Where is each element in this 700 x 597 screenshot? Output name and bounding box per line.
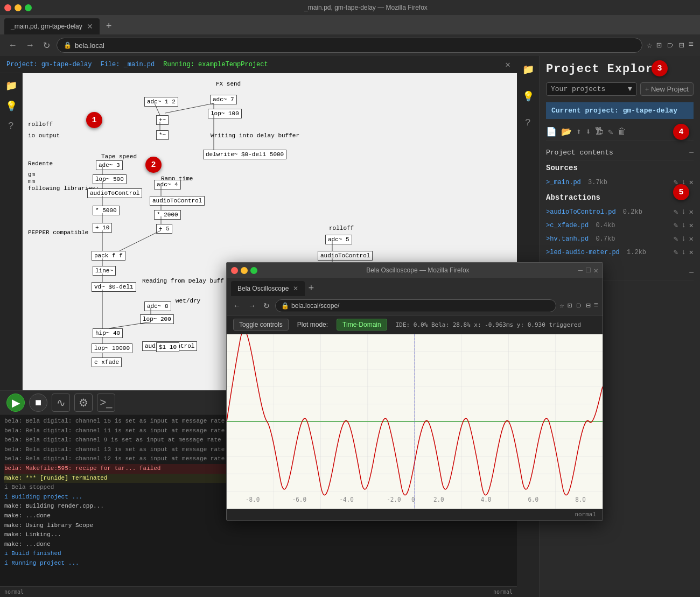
sidebar-light-icon[interactable]: 💡 xyxy=(3,98,19,114)
abs-filename-4[interactable]: >led-audio-meter.pd xyxy=(546,249,620,256)
minimize-button[interactable] xyxy=(15,4,22,11)
active-tab[interactable]: _main.pd, gm-tape-delay ✕ xyxy=(4,18,100,34)
tab-close-icon[interactable]: ✕ xyxy=(87,22,93,31)
pd-node-adc5[interactable]: adc~ 5 xyxy=(325,235,352,244)
pd-node-vd[interactable]: vd~ $0-del1 xyxy=(92,282,136,292)
action-upload[interactable]: ⬆ xyxy=(576,127,582,137)
osc-url-bar[interactable]: 🔒 bela.local/scope/ xyxy=(275,299,556,312)
abs-delete-4[interactable]: ✕ xyxy=(689,248,694,257)
action-open-folder[interactable]: 📂 xyxy=(561,127,572,137)
url-bar[interactable]: 🔒 bela.local xyxy=(57,38,642,53)
pocket-icon[interactable]: ⊡ xyxy=(656,40,662,51)
abs-filename-2[interactable]: >c_xfade.pd xyxy=(546,222,589,229)
action-download[interactable]: ⬇ xyxy=(586,127,591,137)
sidebar-help-icon[interactable]: ? xyxy=(6,118,16,134)
toggle-controls-button[interactable]: Toggle controls xyxy=(233,319,289,331)
abs-delete-1[interactable]: ✕ xyxy=(689,207,694,216)
forward-button[interactable]: → xyxy=(24,38,37,52)
osc-window-controls[interactable] xyxy=(231,267,257,274)
action-edit[interactable]: ✎ xyxy=(608,127,613,137)
osc-bookmark-icon[interactable]: ☆ xyxy=(559,301,564,310)
pd-node-plus[interactable]: +~ xyxy=(156,115,169,125)
pd-node-plus10[interactable]: + 10 xyxy=(93,223,112,233)
abs-edit-1[interactable]: ✎ xyxy=(674,207,678,216)
osc-forward[interactable]: → xyxy=(246,300,258,311)
pd-node-a2c4[interactable]: audioToControl xyxy=(318,251,373,261)
pd-node-adc7[interactable]: adc~ 7 xyxy=(210,95,237,104)
pd-node-a2c1[interactable]: audioToControl xyxy=(87,188,142,198)
maximize-button[interactable] xyxy=(25,4,32,11)
osc-close-icon[interactable]: ✕ xyxy=(594,266,598,275)
action-zip[interactable]: 🗜 xyxy=(595,127,604,137)
source-filename[interactable]: >_main.pd xyxy=(546,179,581,186)
menu-icon[interactable]: ≡ xyxy=(688,40,694,51)
sidebar-folder-icon[interactable]: 📁 xyxy=(519,60,537,79)
abs-filename-3[interactable]: >hv.tanh.pd xyxy=(546,235,589,243)
sidebar-folder-icon[interactable]: 📁 xyxy=(3,78,19,94)
stop-button[interactable]: ■ xyxy=(29,394,47,412)
osc-menu-icon[interactable]: ≡ xyxy=(594,301,598,310)
window-controls[interactable] xyxy=(4,4,32,11)
osc-minimize-icon[interactable]: — xyxy=(578,266,583,275)
pd-node-lop100[interactable]: lop~ 100 xyxy=(208,109,242,118)
pd-node-lop500[interactable]: lop~ 500 xyxy=(93,174,127,184)
osc-close-button[interactable] xyxy=(231,267,238,274)
pd-node-adc8[interactable]: adc~ 8 xyxy=(144,301,171,311)
pd-node-mult[interactable]: *~ xyxy=(156,130,169,140)
pd-node-plus5[interactable]: + 5 xyxy=(156,224,172,234)
pd-node-mult2000[interactable]: * 2000 xyxy=(154,210,181,220)
your-projects-dropdown[interactable]: Your projects ▼ xyxy=(546,82,637,96)
pd-node-cxfade[interactable]: c xfade xyxy=(92,357,122,367)
osc-library-icon[interactable]: ⫐ xyxy=(575,301,583,310)
pd-node-adc4[interactable]: adc~ 4 xyxy=(154,180,181,189)
refresh-button[interactable]: ↻ xyxy=(41,38,52,53)
action-new-file[interactable]: 📄 xyxy=(546,127,557,137)
pd-node-delwrite[interactable]: delwrite~ $0-del1 5000 xyxy=(203,150,286,159)
abs-edit-2[interactable]: ✎ xyxy=(674,221,678,230)
run-button[interactable]: ▶ xyxy=(6,394,25,412)
abs-delete-2[interactable]: ✕ xyxy=(689,221,694,230)
pd-node-lop10000[interactable]: lop~ 10000 xyxy=(92,343,132,353)
action-delete[interactable]: 🗑 xyxy=(618,127,626,137)
osc-new-tab[interactable]: + xyxy=(305,281,317,296)
library-icon[interactable]: ⫐ xyxy=(666,40,675,51)
abs-download-4[interactable]: ↓ xyxy=(681,248,685,257)
pd-node-s1[interactable]: $1 10 xyxy=(156,342,179,352)
abs-edit-4[interactable]: ✎ xyxy=(674,248,678,257)
ide-close-icon[interactable]: ✕ xyxy=(505,59,510,70)
osc-tab-close[interactable]: ✕ xyxy=(293,285,298,292)
terminal-button[interactable]: >_ xyxy=(97,394,115,412)
back-button[interactable]: ← xyxy=(6,38,19,52)
osc-max-button[interactable] xyxy=(250,267,257,274)
abs-download-3[interactable]: ↓ xyxy=(681,234,685,243)
bookmark-icon[interactable]: ☆ xyxy=(647,40,652,51)
new-tab-button[interactable]: + xyxy=(102,18,116,34)
new-project-button[interactable]: + New Project xyxy=(640,82,694,96)
save-icon[interactable]: ⊟ xyxy=(679,40,684,51)
settings-button[interactable]: ⚙ xyxy=(74,394,93,412)
osc-save-icon[interactable]: ⊟ xyxy=(586,301,590,310)
pd-node-adc3[interactable]: adc~ 3 xyxy=(96,160,123,170)
osc-pocket-icon[interactable]: ⊡ xyxy=(568,301,572,310)
osc-back[interactable]: ← xyxy=(231,300,243,311)
osc-min-button[interactable] xyxy=(241,267,248,274)
pd-node-packff[interactable]: pack f f xyxy=(92,251,125,261)
pd-node-adc12[interactable]: adc~ 1 2 xyxy=(144,97,178,107)
osc-restore-icon[interactable]: □ xyxy=(586,266,590,275)
osc-tab[interactable]: Bela Oscilloscope ✕ xyxy=(231,281,305,296)
delete-file-icon[interactable]: ✕ xyxy=(689,178,694,187)
abs-download-1[interactable]: ↓ xyxy=(681,207,685,216)
wave-button[interactable]: ∿ xyxy=(52,394,70,412)
pd-node-line[interactable]: line~ xyxy=(93,266,116,276)
abs-edit-3[interactable]: ✎ xyxy=(674,234,678,243)
sidebar-question-icon[interactable]: ? xyxy=(522,114,534,131)
abs-delete-3[interactable]: ✕ xyxy=(689,234,694,243)
time-domain-button[interactable]: Time-Domain xyxy=(337,319,387,331)
abs-filename-1[interactable]: >audioToControl.pd xyxy=(546,208,616,216)
pd-node-lop200[interactable]: lop~ 200 xyxy=(140,314,174,324)
osc-refresh[interactable]: ↻ xyxy=(261,300,272,311)
pd-node-hip40[interactable]: hip~ 40 xyxy=(93,328,123,338)
project-contents-header[interactable]: Project contents — xyxy=(546,145,694,160)
pd-node-mult5000[interactable]: * 5000 xyxy=(93,206,120,215)
close-button[interactable] xyxy=(4,4,11,11)
